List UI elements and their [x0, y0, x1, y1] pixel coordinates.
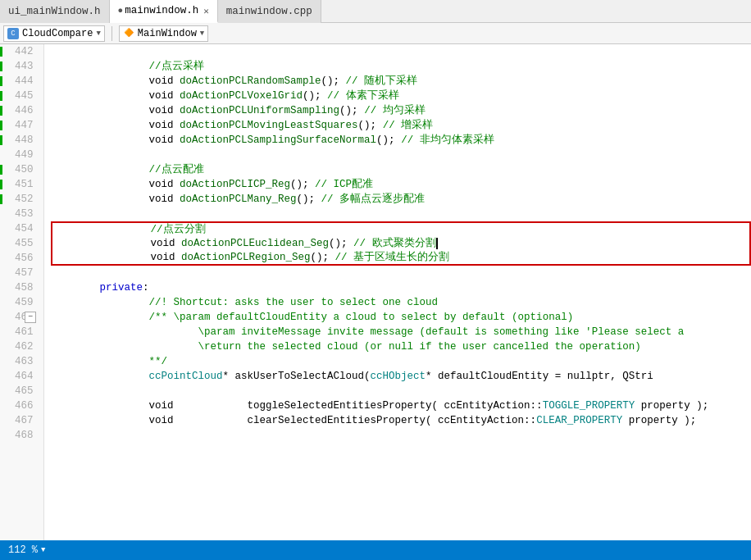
- line-number-text: 442: [15, 46, 34, 57]
- code-token: ();: [339, 103, 364, 118]
- line-number: 449: [0, 148, 39, 162]
- code-token: ();: [358, 118, 383, 133]
- code-line: [51, 384, 751, 398]
- line-number: 454: [0, 221, 39, 236]
- code-line: //点云分割: [51, 221, 751, 236]
- code-line: [51, 428, 751, 443]
- line-number-text: 453: [15, 208, 34, 220]
- line-number: 447: [0, 118, 39, 133]
- code-token: doActionPCLRandomSample: [180, 74, 321, 89]
- zoom-value: 112 %: [8, 544, 38, 556]
- code-token: * askUserToSelectACloud(: [223, 369, 371, 384]
- code-token: ();: [311, 250, 335, 265]
- code-token: void: [51, 103, 180, 118]
- code-token: [51, 280, 100, 295]
- code-token: void: [52, 236, 182, 251]
- line-number: 448: [0, 133, 39, 148]
- line-number-text: 456: [15, 253, 34, 264]
- code-line: void doActionPCLMany_Reg(); // 多幅点云逐步配准: [51, 192, 751, 207]
- code-token: //! Shortcut: asks the user to select on…: [51, 295, 439, 310]
- code-line: /** \param defaultCloudEntity a cloud to…: [51, 310, 751, 325]
- tab-ui-mainwindow-h[interactable]: ui_mainWindow.h: [0, 0, 110, 23]
- class-dropdown[interactable]: 🔶 MainWindow ▼: [119, 25, 208, 42]
- line-number-text: 454: [15, 223, 34, 234]
- code-area: 4424434444454464474484494504514524534544…: [0, 44, 751, 540]
- code-token: **/: [51, 354, 168, 369]
- tab-label: mainwindow.cpp: [226, 6, 312, 17]
- code-token: doActionPCLMany_Reg: [180, 192, 297, 207]
- code-token: ();: [376, 133, 401, 148]
- line-number: 461: [0, 325, 39, 339]
- code-line: //! Shortcut: asks the user to select on…: [51, 295, 751, 310]
- code-line: void doActionPCLMovingLeastSquares(); //…: [51, 118, 751, 133]
- tab-label: mainwindow.h: [125, 5, 198, 16]
- code-line: void toggleSelectedEntitiesProperty( ccE…: [51, 398, 751, 413]
- code-line: ccPointCloud* askUserToSelectACloud(ccHO…: [51, 369, 751, 384]
- code-token: // ICP配准: [315, 177, 373, 192]
- code-line: \param inviteMessage invite message (def…: [51, 325, 751, 339]
- code-token: void: [51, 89, 180, 103]
- code-token: //点云采样: [51, 59, 204, 74]
- line-number-text: 457: [15, 267, 34, 279]
- code-line: [51, 148, 751, 162]
- zoom-down-icon[interactable]: ▼: [41, 546, 45, 554]
- line-number-text: 455: [15, 238, 34, 249]
- code-line: **/: [51, 354, 751, 369]
- line-number-text: 447: [15, 120, 34, 131]
- line-number: 442: [0, 44, 39, 59]
- code-token: :: [143, 280, 149, 295]
- line-number: 463: [0, 354, 39, 369]
- code-line: private:: [51, 280, 751, 295]
- code-token: ccPointCloud: [149, 369, 223, 384]
- line-number-text: 467: [15, 415, 34, 426]
- code-token: void toggleSelectedEntitiesProperty( ccE…: [51, 398, 543, 413]
- line-number-text: 444: [15, 75, 34, 87]
- zoom-control[interactable]: 112 % ▼: [8, 544, 45, 556]
- line-number: 465: [0, 384, 39, 398]
- line-number: 443: [0, 59, 39, 74]
- code-token: // 随机下采样: [346, 74, 418, 89]
- code-line: void doActionPCLUniformSampling(); // 均匀…: [51, 103, 751, 118]
- code-token: // 增采样: [383, 118, 434, 133]
- project-icon: C: [7, 28, 19, 39]
- code-line: void doActionPCLRandomSample(); // 随机下采样: [51, 74, 751, 89]
- code-token: \return the selected cloud (or null if t…: [51, 339, 641, 354]
- code-token: void: [51, 118, 180, 133]
- code-token: TOGGLE_PROPERTY: [543, 398, 635, 413]
- tab-mainwindow-cpp[interactable]: mainwindow.cpp: [218, 0, 321, 23]
- code-token: /** \param defaultCloudEntity a cloud to…: [51, 310, 574, 325]
- line-number-gutter: 4424434444454464474484494504514524534544…: [0, 44, 44, 540]
- line-number: 444: [0, 74, 39, 89]
- code-token: // 非均匀体素采样: [401, 133, 494, 148]
- code-token: //点云分割: [52, 222, 206, 237]
- close-icon[interactable]: ✕: [203, 6, 209, 16]
- code-token: doActionPCLICP_Reg: [180, 177, 290, 192]
- code-token: void clearSelectedEntitiesProperty( ccEn…: [51, 413, 537, 428]
- code-token: doActionPCLEuclidean_Seg: [181, 236, 329, 251]
- line-number: 446: [0, 103, 39, 118]
- line-number: 456: [0, 251, 39, 266]
- toolbar-row: C CloudCompare ▼ 🔶 MainWindow ▼: [0, 23, 751, 44]
- code-token: doActionPCLVoxelGrid: [180, 89, 303, 103]
- code-line: [51, 266, 751, 280]
- line-number: 468: [0, 428, 39, 443]
- toolbar-separator: [112, 26, 112, 41]
- code-token: property );: [635, 398, 708, 413]
- code-token: ();: [297, 192, 321, 207]
- project-dropdown[interactable]: C CloudCompare ▼: [3, 25, 105, 42]
- line-number-text: 450: [15, 164, 34, 175]
- fold-icon[interactable]: −: [25, 312, 36, 323]
- code-token: // 基于区域生长的分割: [335, 250, 450, 265]
- line-number-text: 459: [15, 297, 34, 308]
- line-number-text: 466: [15, 400, 34, 412]
- line-number: 453: [0, 207, 39, 221]
- code-line: [51, 44, 751, 59]
- line-number-text: 445: [15, 90, 34, 102]
- code-line: void doActionPCLVoxelGrid(); // 体素下采样: [51, 89, 751, 103]
- line-number: 450: [0, 162, 39, 177]
- code-token: doActionPCLMovingLeastSquares: [180, 118, 358, 133]
- line-number: 452: [0, 192, 39, 207]
- class-label: MainWindow: [138, 28, 197, 39]
- tab-mainwindow-h[interactable]: ● mainwindow.h ✕: [110, 0, 218, 23]
- line-number-text: 446: [15, 105, 34, 116]
